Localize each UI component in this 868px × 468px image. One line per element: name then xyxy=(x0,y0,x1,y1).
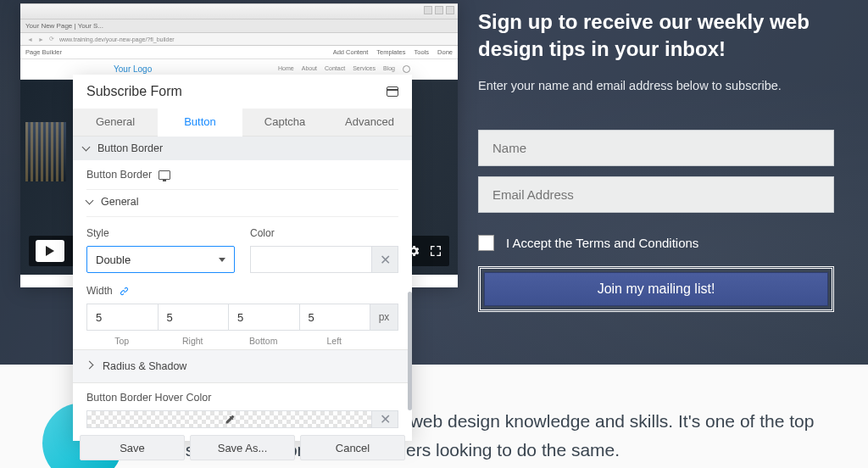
tab-button[interactable]: Button xyxy=(158,109,242,136)
width-label: Width xyxy=(86,285,113,297)
panel-tabs: General Button Captcha Advanced xyxy=(73,109,412,136)
signup-subtitle: Enter your name and email address below … xyxy=(478,79,834,92)
submit-button[interactable]: Join my mailing list! xyxy=(484,272,828,306)
chevron-down-icon xyxy=(83,145,91,153)
save-as-button[interactable]: Save As... xyxy=(190,435,295,460)
style-label: Style xyxy=(86,227,235,239)
menu-add-content[interactable]: Add Content xyxy=(333,48,369,56)
signup-heading: Sign up to receive our weekly web design… xyxy=(478,8,834,64)
back-icon[interactable]: ◄ xyxy=(27,36,33,42)
browser-tab[interactable]: Your New Page | Your S... xyxy=(20,20,458,33)
nav-home[interactable]: Home xyxy=(278,65,294,73)
link-icon[interactable] xyxy=(119,286,130,297)
url-text: www.training.dev/your-new-page/?fl_build… xyxy=(59,36,175,42)
browser-urlbar[interactable]: ◄ ► ⟳ www.training.dev/your-new-page/?fl… xyxy=(20,33,458,46)
name-field[interactable] xyxy=(478,130,834,166)
page-builder-menubar: Page Builder Add Content Templates Tools… xyxy=(20,46,458,59)
panel-title: Subscribe Form xyxy=(86,84,182,99)
email-field[interactable] xyxy=(478,176,834,213)
panel-scrollbar[interactable] xyxy=(408,292,412,410)
window-titlebar xyxy=(20,4,458,20)
subsection-radius-shadow[interactable]: Radius & Shadow xyxy=(73,349,412,383)
fullscreen-icon[interactable] xyxy=(429,244,442,258)
tab-advanced[interactable]: Advanced xyxy=(327,109,412,136)
section-button-border-label: Button Border xyxy=(97,142,163,154)
width-left-input[interactable]: 5 xyxy=(299,304,370,331)
chevron-right-icon xyxy=(86,363,94,370)
clear-hover-color-button[interactable]: ✕ xyxy=(371,410,398,428)
style-select[interactable]: Double xyxy=(86,246,235,273)
panel-footer: Save Save As... Cancel xyxy=(73,428,412,467)
nav-blog[interactable]: Blog xyxy=(383,65,395,73)
terms-checkbox[interactable] xyxy=(478,235,494,251)
browser-tab-title: Your New Page | Your S... xyxy=(25,22,103,30)
width-bottom-input[interactable]: 5 xyxy=(228,304,299,331)
menu-tools[interactable]: Tools xyxy=(415,48,430,56)
chevron-down-icon xyxy=(86,198,94,206)
nav-contact[interactable]: Contact xyxy=(325,65,345,73)
save-button[interactable]: Save xyxy=(80,435,185,460)
hover-color-swatch[interactable] xyxy=(86,410,371,428)
subsection-general[interactable]: General xyxy=(86,189,398,217)
eyedropper-icon[interactable] xyxy=(224,414,236,426)
search-icon[interactable] xyxy=(403,65,410,73)
play-button[interactable] xyxy=(36,240,64,262)
terms-label: I Accept the Terms and Conditions xyxy=(506,236,698,250)
pb-label: Page Builder xyxy=(25,48,62,56)
nav-services[interactable]: Services xyxy=(353,65,376,73)
subsection-general-label: General xyxy=(101,196,138,208)
submit-button-border: Join my mailing list! xyxy=(478,266,834,312)
width-captions: Top Right Bottom Left xyxy=(86,336,398,346)
nav-about[interactable]: About xyxy=(302,65,317,73)
style-value: Double xyxy=(96,254,131,266)
hover-color-label: Button Border Hover Color xyxy=(73,383,412,410)
width-top-input[interactable]: 5 xyxy=(86,304,158,331)
width-right-input[interactable]: 5 xyxy=(158,304,229,331)
menu-templates[interactable]: Templates xyxy=(376,48,405,56)
clear-color-button[interactable]: ✕ xyxy=(371,246,398,273)
radius-shadow-label: Radius & Shadow xyxy=(103,360,186,372)
color-input[interactable] xyxy=(250,246,371,273)
tab-general[interactable]: General xyxy=(73,109,158,136)
reload-icon[interactable]: ⟳ xyxy=(49,36,54,42)
chevron-down-icon xyxy=(219,258,225,262)
desktop-icon[interactable] xyxy=(159,170,170,180)
row-button-border: Button Border xyxy=(86,169,398,181)
color-label: Color xyxy=(250,227,398,239)
caption-top: Top xyxy=(86,336,158,346)
panel-titlebar[interactable]: Subscribe Form xyxy=(73,75,412,109)
section-button-border[interactable]: Button Border xyxy=(73,136,412,160)
width-unit[interactable]: px xyxy=(370,304,398,331)
site-nav: Home About Contact Services Blog xyxy=(278,65,410,73)
row-button-border-label: Button Border xyxy=(86,169,152,181)
site-logo[interactable]: Your Logo xyxy=(20,64,152,74)
tab-captcha[interactable]: Captcha xyxy=(242,109,327,136)
settings-panel: Subscribe Form General Button Captcha Ad… xyxy=(73,75,412,441)
forward-icon[interactable]: ► xyxy=(38,36,44,42)
caption-right: Right xyxy=(158,336,229,346)
submit-button-label: Join my mailing list! xyxy=(598,281,715,297)
caption-bottom: Bottom xyxy=(228,336,299,346)
responsive-icon[interactable] xyxy=(387,86,398,97)
caption-left: Left xyxy=(299,336,370,346)
cancel-button[interactable]: Cancel xyxy=(300,435,405,460)
signup-form: Sign up to receive our weekly web design… xyxy=(478,8,834,312)
width-label-row: Width xyxy=(86,285,398,297)
menu-done[interactable]: Done xyxy=(437,48,453,56)
